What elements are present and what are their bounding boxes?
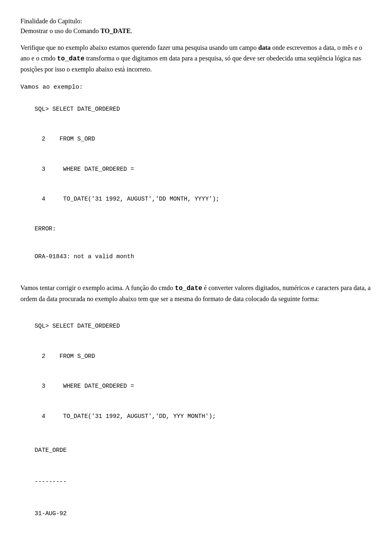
funcao-code: to_date <box>175 285 202 292</box>
results-header: DATE_ORDE <box>20 437 372 464</box>
funcao-paragraph: Vamos tentar corrigir o exemplo acima. A… <box>20 283 372 304</box>
intro-paragraph: Verifique que no exemplo abaixo estamos … <box>20 42 372 75</box>
result-row-2: 31-AUG-92 <box>20 532 372 536</box>
chapter-title-line2-prefix: Demostrar o uso do Comando <box>20 27 100 34</box>
vamos-tentar-text: Vamos tentar corrigir o exemplo acima. <box>20 284 124 291</box>
intro-code1: to_date <box>57 55 85 63</box>
sql1-line1: SQL> SELECT DATE_ORDERED <box>35 106 120 112</box>
error-line2: ORA-01843: not a valid month <box>35 253 134 260</box>
intro-bold1: data <box>258 44 270 51</box>
error-line1: ERROR: <box>35 226 56 232</box>
chapter-title-suffix: . <box>131 27 132 34</box>
sql-block-1: SQL> SELECT DATE_ORDERED <box>20 95 372 123</box>
chapter-command: TO_DATE <box>100 27 131 34</box>
intro-text-part1: Verifique que no exemplo abaixo estamos … <box>20 44 258 51</box>
sql-block-2-line2: 2 FROM S_ORD <box>20 342 372 370</box>
error-block: ERROR: ORA-01843: not a valid month <box>20 215 372 270</box>
page-content: Finalidade do Capitulo: Demostrar o uso … <box>20 16 372 536</box>
results-separator: --------- <box>20 468 372 496</box>
sql-block-1-line4: 4 TO_DATE('31 1992, AUGUST','DD MONTH, Y… <box>20 185 372 213</box>
sql-block-1-line3: 3 WHERE DATE_ORDERED = <box>20 155 372 183</box>
sql-block-2-line4: 4 TO_DATE('31 1992, AUGUST','DD, YYY MON… <box>20 402 372 430</box>
chapter-title: Finalidade do Capitulo: Demostrar o uso … <box>20 16 372 36</box>
chapter-title-line1: Finalidade do Capitulo: <box>20 18 82 25</box>
sql-block-2-line3: 3 WHERE DATE_ORDERED = <box>20 373 372 400</box>
funcao-text-part1: A função do cmdo <box>124 284 175 291</box>
sql-block-2-line1: SQL> SELECT DATE_ORDERED <box>20 313 372 340</box>
vamos-ao-exemplo-label: Vamos ao exemplo: <box>20 83 372 92</box>
result-row-1: 31-AUG-92 <box>20 500 372 527</box>
sql-block-1-line2: 2 FROM S_ORD <box>20 125 372 153</box>
